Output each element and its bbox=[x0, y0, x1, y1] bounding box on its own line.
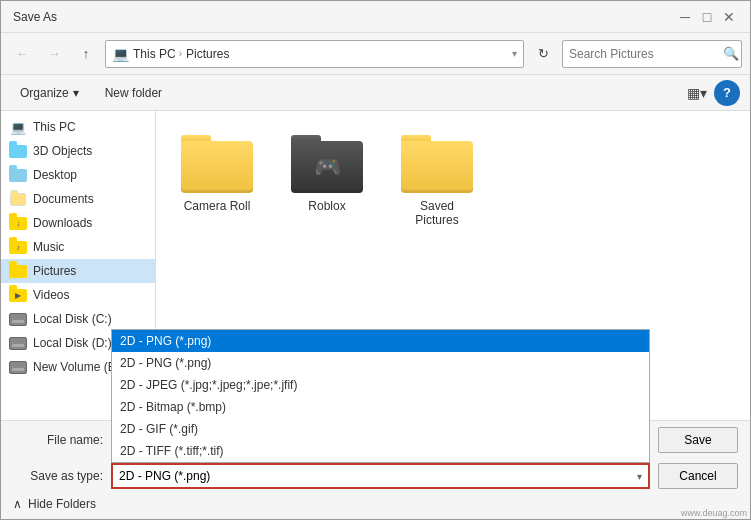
watermark: www.deuag.com bbox=[681, 508, 747, 518]
folder-camera-roll[interactable]: Camera Roll bbox=[172, 127, 262, 235]
hide-folders-label: Hide Folders bbox=[28, 497, 96, 511]
hide-folders-row[interactable]: ∧ Hide Folders bbox=[1, 493, 750, 519]
forward-button[interactable]: → bbox=[41, 41, 67, 67]
filetype-select-display[interactable]: 2D - PNG (*.png) ▾ bbox=[111, 463, 650, 489]
dropdown-option-gif[interactable]: 2D - GIF (*.gif) bbox=[112, 418, 649, 440]
drive-e-icon bbox=[9, 359, 27, 375]
folder-videos-icon: ▶ bbox=[9, 287, 27, 303]
sidebar-label-desktop: Desktop bbox=[33, 168, 77, 182]
path-current: Pictures bbox=[186, 47, 229, 61]
up-button[interactable]: ↑ bbox=[73, 41, 99, 67]
chevron-down-icon: ∧ bbox=[13, 497, 22, 511]
sidebar-label-local-disk-d: Local Disk (D:) bbox=[33, 336, 112, 350]
save-as-dialog: Save As ─ □ ✕ ← → ↑ 💻 This PC › Pictures… bbox=[0, 0, 751, 520]
dropdown-option-jpeg[interactable]: 2D - JPEG (*.jpg;*.jpeg;*.jpe;*.jfif) bbox=[112, 374, 649, 396]
drive-d-icon bbox=[9, 335, 27, 351]
help-button[interactable]: ? bbox=[714, 80, 740, 106]
view-button[interactable]: ▦ ▾ bbox=[684, 80, 710, 106]
roblox-overlay bbox=[291, 141, 363, 193]
sidebar-item-3d-objects[interactable]: 3D Objects bbox=[1, 139, 155, 163]
folder-saved-pictures-icon bbox=[401, 135, 473, 193]
sidebar-label-videos: Videos bbox=[33, 288, 69, 302]
sidebar-label-this-pc: This PC bbox=[33, 120, 76, 134]
sidebar-item-documents[interactable]: Documents bbox=[1, 187, 155, 211]
folder-saved-pictures[interactable]: Saved Pictures bbox=[392, 127, 482, 235]
sidebar-item-videos[interactable]: ▶ Videos bbox=[1, 283, 155, 307]
dropdown-option-png-selected[interactable]: 2D - PNG (*.png) bbox=[112, 330, 649, 352]
sidebar-label-music: Music bbox=[33, 240, 64, 254]
back-button[interactable]: ← bbox=[9, 41, 35, 67]
refresh-button[interactable]: ↻ bbox=[530, 41, 556, 67]
folder-saved-pictures-label: Saved Pictures bbox=[400, 199, 474, 227]
folder-roblox[interactable]: Roblox bbox=[282, 127, 372, 235]
sidebar-item-local-disk-c[interactable]: Local Disk (C:) bbox=[1, 307, 155, 331]
minimize-button[interactable]: ─ bbox=[676, 8, 694, 26]
dropdown-option-tiff[interactable]: 2D - TIFF (*.tiff;*.tif) bbox=[112, 440, 649, 462]
computer-icon: 💻 bbox=[112, 46, 129, 62]
dropdown-option-png2[interactable]: 2D - PNG (*.png) bbox=[112, 352, 649, 374]
sidebar-label-new-volume-e: New Volume (E:) bbox=[33, 360, 123, 374]
filetype-dropdown-arrow: ▾ bbox=[637, 471, 642, 482]
folder-roblox-icon bbox=[291, 135, 363, 193]
title-bar: Save As ─ □ ✕ bbox=[1, 1, 750, 33]
sidebar-item-music[interactable]: ♪ Music bbox=[1, 235, 155, 259]
maximize-button[interactable]: □ bbox=[698, 8, 716, 26]
folder-roblox-label: Roblox bbox=[308, 199, 345, 213]
close-button[interactable]: ✕ bbox=[720, 8, 738, 26]
filetype-label: Save as type: bbox=[13, 469, 103, 483]
computer-icon: 💻 bbox=[9, 119, 27, 135]
sidebar-item-desktop[interactable]: Desktop bbox=[1, 163, 155, 187]
search-box[interactable]: 🔍 bbox=[562, 40, 742, 68]
folder-music-icon: ♪ bbox=[9, 239, 27, 255]
dropdown-option-bmp[interactable]: 2D - Bitmap (*.bmp) bbox=[112, 396, 649, 418]
sidebar-label-local-disk-c: Local Disk (C:) bbox=[33, 312, 112, 326]
sidebar-item-downloads[interactable]: ↓ Downloads bbox=[1, 211, 155, 235]
folder-camera-roll-label: Camera Roll bbox=[184, 199, 251, 213]
sidebar-label-3d-objects: 3D Objects bbox=[33, 144, 92, 158]
folder-downloads-icon: ↓ bbox=[9, 215, 27, 231]
filetype-current-value: 2D - PNG (*.png) bbox=[119, 469, 210, 483]
search-icon: 🔍 bbox=[723, 46, 739, 61]
folder-documents-icon bbox=[9, 191, 27, 207]
search-input[interactable] bbox=[569, 47, 719, 61]
sidebar-item-pictures[interactable]: Pictures bbox=[1, 259, 155, 283]
filetype-row: Save as type: 2D - PNG (*.png) 2D - PNG … bbox=[1, 459, 750, 493]
path-bar[interactable]: 💻 This PC › Pictures ▾ bbox=[105, 40, 524, 68]
sidebar-item-this-pc[interactable]: 💻 This PC bbox=[1, 115, 155, 139]
sidebar-label-documents: Documents bbox=[33, 192, 94, 206]
new-folder-button[interactable]: New folder bbox=[96, 80, 171, 106]
sidebar-label-downloads: Downloads bbox=[33, 216, 92, 230]
path-thispc: This PC › bbox=[133, 47, 182, 61]
folder-desktop-icon bbox=[9, 167, 27, 183]
toolbar: Organize ▾ New folder ▦ ▾ ? bbox=[1, 75, 750, 111]
dropdown-list: 2D - PNG (*.png) 2D - PNG (*.png) 2D - J… bbox=[111, 329, 650, 463]
folder-camera-roll-icon bbox=[181, 135, 253, 193]
drive-c-icon bbox=[9, 311, 27, 327]
bottom-bar: File name: Save Save as type: 2D - PNG (… bbox=[1, 420, 750, 519]
filetype-select-container: 2D - PNG (*.png) 2D - PNG (*.png) 2D - J… bbox=[111, 463, 650, 489]
organize-button[interactable]: Organize ▾ bbox=[11, 80, 88, 106]
save-button[interactable]: Save bbox=[658, 427, 738, 453]
path-dropdown-arrow[interactable]: ▾ bbox=[512, 48, 517, 59]
dialog-title: Save As bbox=[13, 10, 57, 24]
sidebar-label-pictures: Pictures bbox=[33, 264, 76, 278]
folder-3d-icon bbox=[9, 143, 27, 159]
filename-label: File name: bbox=[13, 433, 103, 447]
address-bar: ← → ↑ 💻 This PC › Pictures ▾ ↻ 🔍 bbox=[1, 33, 750, 75]
title-controls: ─ □ ✕ bbox=[676, 8, 738, 26]
folder-pictures-icon bbox=[9, 263, 27, 279]
cancel-button[interactable]: Cancel bbox=[658, 463, 738, 489]
toolbar-right: ▦ ▾ ? bbox=[684, 80, 740, 106]
